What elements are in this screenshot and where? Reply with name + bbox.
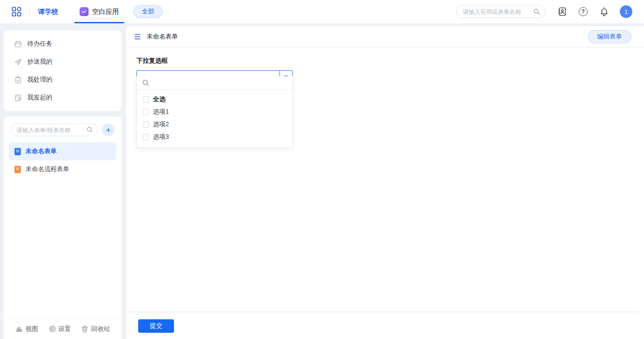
form-list: 未命名表单 未命名流程表单 [4, 141, 122, 180]
option-2[interactable]: 选项2 [137, 118, 292, 131]
global-search[interactable] [456, 5, 546, 18]
form-item-label: 未命名表单 [25, 147, 57, 155]
search-icon [533, 8, 540, 17]
option-3[interactable]: 选项3 [137, 131, 292, 143]
dropdown-panel: 全选 选项1 选项2 选项3 [136, 76, 293, 148]
main-header: 未命名表单 编辑表单 [126, 26, 644, 47]
edit-form-button[interactable]: 编辑表单 [588, 30, 631, 43]
top-bar: 谭学校 空白应用 全部 ? [0, 0, 644, 23]
filter-pill-all[interactable]: 全部 [133, 5, 163, 18]
forms-card: + 未命名表单 未命名流程表单 [4, 116, 122, 339]
option-label: 选项2 [153, 120, 169, 129]
sidebar-item-label: 抄送我的 [27, 58, 52, 66]
dropdown-options: 全选 选项1 选项2 选项3 [137, 90, 292, 147]
send-icon [14, 58, 22, 66]
dropdown-search-input[interactable] [153, 80, 287, 86]
app-icon [80, 7, 89, 16]
form-doc-icon [14, 148, 21, 155]
sidebar-item-initiated[interactable]: 我发起的 [4, 89, 122, 107]
option-label: 选项3 [153, 133, 169, 141]
sidebar-item-handled[interactable]: 我处理的 [4, 71, 122, 89]
calendar-icon [14, 40, 22, 48]
add-form-button[interactable]: + [102, 124, 114, 136]
apps-grid-icon[interactable] [12, 7, 21, 17]
task-menu-card: 待办任务 抄送我的 我处理的 我发起的 [4, 30, 122, 111]
tab-label: 空白应用 [92, 8, 119, 16]
form-search-input[interactable] [11, 124, 97, 136]
tab-app[interactable]: 空白应用 [77, 0, 122, 23]
submit-button[interactable]: 提交 [138, 319, 174, 333]
checkbox[interactable] [143, 109, 149, 115]
form-item-unnamed-form[interactable]: 未命名表单 [9, 142, 116, 160]
option-label: 选项1 [153, 108, 169, 116]
footer-label: 回收站 [91, 325, 110, 333]
bar-chart-icon [15, 325, 23, 333]
views-button[interactable]: 视图 [15, 325, 38, 333]
divider [30, 7, 30, 16]
sidebar: 待办任务 抄送我的 我处理的 我发起的 [4, 30, 122, 339]
form-body: 下拉复选框 全选 选项1 [126, 47, 644, 339]
main-panel: 未命名表单 编辑表单 下拉复选框 全选 [126, 26, 644, 339]
user-avatar[interactable]: 1 [620, 5, 632, 18]
sidebar-item-label: 我处理的 [27, 76, 52, 84]
form-item-unnamed-flow-form[interactable]: 未命名流程表单 [9, 160, 116, 178]
option-1[interactable]: 选项1 [137, 106, 292, 118]
form-item-label: 未命名流程表单 [25, 165, 69, 173]
dropdown-search[interactable] [137, 76, 292, 90]
checkbox[interactable] [143, 134, 149, 140]
checkbox[interactable] [143, 96, 149, 103]
clipboard-check-icon [14, 76, 22, 84]
settings-button[interactable]: 设置 [48, 325, 71, 333]
page-title: 未命名表单 [147, 33, 178, 41]
search-icon [86, 126, 93, 135]
global-search-input[interactable] [456, 5, 546, 18]
sidebar-footer: 视图 设置 回收站 [4, 318, 122, 339]
search-icon [142, 79, 149, 86]
form-search[interactable] [11, 124, 97, 136]
flow-form-doc-icon [14, 166, 21, 173]
help-icon[interactable]: ? [579, 7, 588, 16]
recycle-bin-button[interactable]: 回收站 [81, 325, 110, 333]
trash-icon [81, 325, 89, 333]
sidebar-item-label: 待办任务 [27, 40, 52, 48]
field-label: 下拉复选框 [136, 57, 644, 65]
sidebar-item-label: 我发起的 [27, 94, 52, 102]
sidebar-item-cc[interactable]: 抄送我的 [4, 53, 122, 71]
collapse-sidebar-icon[interactable] [133, 33, 141, 41]
footer-label: 设置 [59, 325, 71, 333]
notification-bell-icon[interactable] [599, 7, 609, 17]
gear-icon [48, 325, 56, 333]
sidebar-item-todo[interactable]: 待办任务 [4, 35, 122, 53]
option-label: 全选 [153, 95, 165, 103]
doc-edit-icon [14, 94, 22, 102]
option-select-all[interactable]: 全选 [137, 93, 292, 106]
footer-divider [126, 312, 638, 312]
footer-label: 视图 [25, 325, 38, 333]
contacts-icon[interactable] [557, 7, 567, 17]
workspace-name[interactable]: 谭学校 [38, 8, 58, 16]
checkbox[interactable] [143, 121, 149, 128]
